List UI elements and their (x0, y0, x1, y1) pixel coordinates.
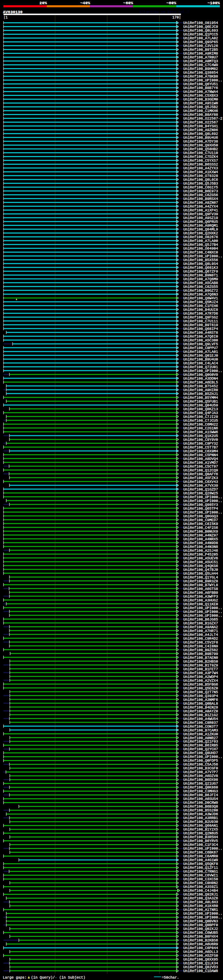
svg-text:~80%: ~80% (166, 1, 176, 6)
svg-text:~100%: ~100% (208, 1, 220, 6)
svg-text:~60%: ~60% (124, 1, 133, 6)
svg-text:~40%: ~40% (80, 1, 90, 6)
svg-text:|1: |1 (3, 15, 8, 19)
svg-text:AlignView.pm Beta rel.7: AlignView.pm Beta rel.7 (140, 10, 189, 14)
svg-text:20%: 20% (39, 1, 47, 6)
svg-text:UniRef100_C1DAW8: UniRef100_C1DAW8 (183, 969, 218, 973)
svg-text:=50char.: =50char. (162, 975, 179, 980)
svg-text:(in Query)/- (in Subject): (in Query)/- (in Subject) (31, 975, 85, 980)
svg-text:Large gaps:: Large gaps: (3, 975, 27, 980)
svg-text:170|: 170| (172, 15, 181, 19)
